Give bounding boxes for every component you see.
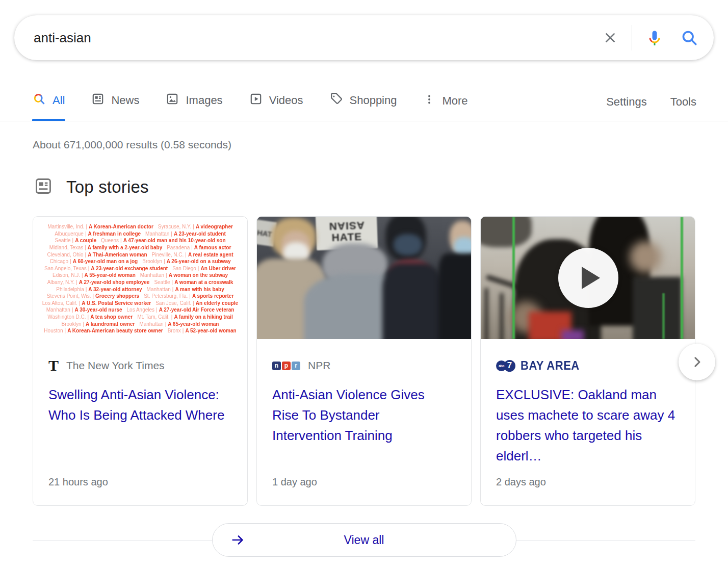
railing-bar bbox=[485, 288, 488, 339]
search-bar[interactable]: anti-asian bbox=[14, 15, 714, 60]
story-headline[interactable]: EXCLUSIVE: Oakland man uses machete to s… bbox=[496, 384, 675, 466]
settings-menu[interactable]: Settings bbox=[606, 95, 647, 121]
searchbar-divider bbox=[632, 25, 632, 50]
story-timestamp: 21 hours ago bbox=[48, 476, 234, 488]
settings-label: Settings bbox=[606, 95, 647, 109]
story-headline[interactable]: Swelling Anti-Asian Violence: Who Is Bei… bbox=[48, 384, 228, 425]
view-all-section: View all bbox=[33, 523, 695, 557]
story-body: n p r NPR Anti-Asian Violence Gives Rise… bbox=[257, 339, 471, 505]
play-button[interactable] bbox=[558, 248, 618, 308]
shopping-tag-icon bbox=[330, 92, 343, 109]
tab-shopping-label: Shopping bbox=[350, 94, 397, 107]
source-row: T The New York Times bbox=[48, 358, 234, 373]
nyt-graphic-lines: Martinsville, Ind.|A Korean-American doc… bbox=[36, 223, 244, 334]
source-row: n p r NPR bbox=[272, 358, 458, 373]
tabs-right-group: Settings Tools bbox=[583, 95, 696, 121]
nyt-logo-icon: T bbox=[48, 358, 59, 373]
story-image-npr-protest-photo[interactable]: HAT ASIAN HATE bbox=[257, 217, 471, 339]
video-blob bbox=[481, 217, 532, 247]
photo-blob bbox=[394, 234, 422, 255]
news-icon bbox=[91, 92, 105, 109]
tab-news[interactable]: News bbox=[91, 92, 139, 121]
story-body: T The New York Times Swelling Anti-Asian… bbox=[33, 339, 247, 505]
source-name: The New York Times bbox=[66, 359, 165, 372]
green-line bbox=[681, 217, 683, 339]
photo-blob bbox=[438, 253, 471, 339]
tab-videos[interactable]: Videos bbox=[249, 92, 303, 121]
top-stories-header: Top stories bbox=[34, 176, 728, 198]
search-input[interactable]: anti-asian bbox=[34, 30, 602, 46]
tab-videos-label: Videos bbox=[269, 94, 303, 107]
tab-news-label: News bbox=[111, 94, 139, 107]
top-stories-icon bbox=[34, 176, 53, 198]
story-card-nyt[interactable]: Martinsville, Ind.|A Korean-American doc… bbox=[33, 216, 248, 506]
chevron-right-icon bbox=[689, 354, 705, 370]
source-name: NPR bbox=[308, 359, 330, 372]
images-icon bbox=[166, 92, 179, 109]
story-timestamp: 2 days ago bbox=[496, 476, 682, 488]
voice-search-icon[interactable] bbox=[645, 29, 664, 47]
tab-all[interactable]: All bbox=[33, 92, 65, 121]
tab-more-label: More bbox=[442, 94, 467, 108]
tab-more[interactable]: More bbox=[423, 93, 467, 121]
story-video-thumbnail[interactable] bbox=[481, 217, 695, 339]
tab-shopping[interactable]: Shopping bbox=[330, 92, 397, 121]
story-timestamp: 1 day ago bbox=[272, 476, 458, 488]
tools-label: Tools bbox=[670, 95, 696, 109]
arrow-right-icon bbox=[230, 532, 245, 548]
story-card-abc7[interactable]: abc 7 BAY AREA EXCLUSIVE: Oakland man us… bbox=[480, 216, 695, 506]
tab-images[interactable]: Images bbox=[166, 92, 222, 121]
results-tab-bar: All News Images bbox=[0, 60, 728, 121]
play-icon bbox=[582, 267, 600, 289]
view-all-label: View all bbox=[213, 533, 516, 547]
top-stories-title: Top stories bbox=[66, 177, 149, 197]
story-card-npr[interactable]: HAT ASIAN HATE bbox=[256, 216, 472, 506]
story-image-nyt-victim-list[interactable]: Martinsville, Ind.|A Korean-American doc… bbox=[33, 217, 247, 339]
more-dots-icon bbox=[423, 93, 435, 109]
story-body: abc 7 BAY AREA EXCLUSIVE: Oakland man us… bbox=[481, 339, 695, 505]
green-line bbox=[662, 293, 665, 339]
npr-logo-icon: n p r bbox=[272, 362, 300, 370]
tab-all-label: All bbox=[53, 94, 65, 107]
photo-blob bbox=[382, 264, 443, 339]
clear-icon[interactable] bbox=[602, 30, 618, 46]
blurred-face bbox=[630, 241, 661, 273]
video-figure bbox=[633, 277, 682, 339]
top-stories-carousel: Martinsville, Ind.|A Korean-American doc… bbox=[33, 216, 695, 506]
story-headline[interactable]: Anti-Asian Violence Gives Rise To Bystan… bbox=[272, 384, 452, 446]
videos-icon bbox=[249, 92, 263, 109]
source-row: abc 7 BAY AREA bbox=[496, 358, 682, 373]
view-all-button[interactable]: View all bbox=[212, 523, 516, 557]
carousel-next-button[interactable] bbox=[679, 344, 715, 380]
abc7-bay-area-logo: abc 7 BAY AREA bbox=[496, 358, 585, 373]
result-stats: About 671,000,000 results (0.58 seconds) bbox=[0, 121, 728, 151]
tools-menu[interactable]: Tools bbox=[670, 95, 696, 121]
green-line bbox=[512, 217, 515, 339]
all-search-icon bbox=[33, 92, 46, 109]
railing-bar bbox=[500, 293, 503, 339]
search-icon[interactable] bbox=[680, 29, 698, 47]
tab-images-label: Images bbox=[186, 94, 222, 107]
purple-blob bbox=[561, 330, 584, 339]
